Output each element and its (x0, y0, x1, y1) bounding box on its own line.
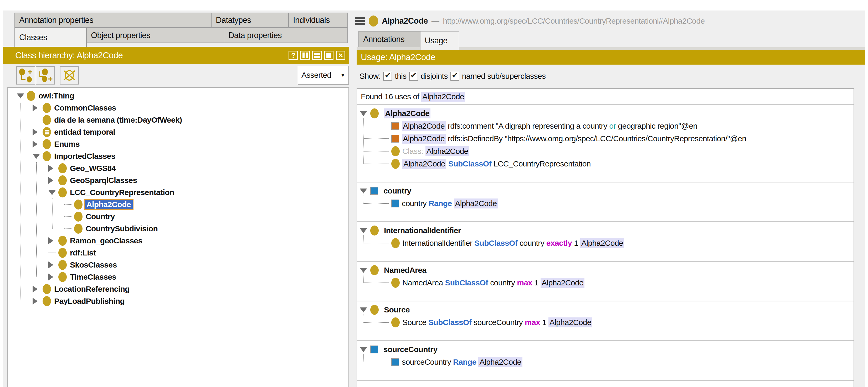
tree-item-lcc-countryrepresentation[interactable]: LCC_CountryRepresentation (8, 186, 348, 199)
tab-annotations[interactable]: Annotations (359, 31, 421, 48)
tree-item-owl-thing[interactable]: owl:Thing (8, 90, 348, 102)
usage-row[interactable]: NamedArea SubClassOf country max 1 Alpha… (391, 277, 854, 289)
usage-section-header[interactable]: sourceCountry (360, 343, 854, 356)
usage-row[interactable]: Class: Alpha2Code (391, 145, 854, 157)
usage-section-header[interactable]: country (360, 184, 854, 197)
tree-item-locationreferencing[interactable]: LocationReferencing (8, 283, 348, 295)
expand-toggle-icon[interactable] (49, 261, 53, 268)
tree-item-skosclasses[interactable]: SkosClasses (8, 259, 348, 271)
usage-results-panel[interactable]: Found 16 uses of Alpha2Code Alpha2CodeAl… (356, 88, 854, 387)
help-icon[interactable] (288, 51, 298, 60)
collapse-toggle-icon[interactable] (360, 111, 367, 116)
class-icon (74, 212, 83, 221)
class-icon (42, 151, 51, 161)
tree-item-payloadpublishing[interactable]: PayLoadPublishing (8, 295, 348, 307)
class-icon (58, 175, 67, 185)
split-horizontal-icon[interactable] (312, 51, 322, 60)
collapse-toggle-icon[interactable] (360, 228, 367, 233)
usage-text-part: country (518, 239, 546, 248)
object-property-icon (370, 187, 378, 195)
tab-data-properties[interactable]: Data properties (224, 28, 348, 43)
usage-section-rows: Alpha2Code rdfs:comment "A digraph repre… (391, 120, 854, 170)
tree-item-entidad-temporal[interactable]: entidad temporal (8, 126, 348, 138)
usage-text-part: max (517, 278, 532, 287)
add-subclass-button[interactable]: + (16, 66, 35, 84)
hierarchy-view-selector[interactable]: Asserted ▼ (298, 66, 349, 84)
tree-item-commonclasses[interactable]: CommonClasses (8, 102, 348, 114)
menu-icon[interactable] (355, 17, 365, 25)
tree-item-enums[interactable]: Enums (8, 138, 348, 150)
tree-item-geo-wgs84[interactable]: Geo_WGS84 (8, 162, 348, 174)
collapse-toggle-icon[interactable] (360, 268, 367, 273)
usage-text-part: Range (429, 199, 452, 208)
tab-annotation-properties[interactable]: Annotation properties (14, 12, 212, 28)
collapse-toggle-icon[interactable] (360, 347, 367, 352)
collapse-toggle-icon[interactable] (33, 154, 40, 159)
add-sibling-class-button[interactable]: + (36, 66, 55, 84)
tree-item-alpha2code[interactable]: Alpha2Code (8, 199, 348, 211)
usage-section-header[interactable]: InternationalIdentifier (360, 224, 854, 237)
collapse-toggle-icon[interactable] (17, 94, 24, 99)
usage-section-header[interactable]: Source (360, 304, 854, 316)
class-hierarchy-pane-header: Class hierarchy: Alpha2Code (3, 47, 349, 64)
usage-section-header[interactable]: Alpha2Code (360, 107, 854, 120)
tab-individuals[interactable]: Individuals (288, 12, 348, 28)
class-icon (370, 108, 379, 118)
split-vertical-icon[interactable] (300, 51, 310, 60)
collapse-toggle-icon[interactable] (360, 308, 367, 312)
class-icon (42, 139, 51, 149)
usage-row[interactable]: Alpha2Code rdfs:isDefinedBy "https://www… (391, 132, 854, 145)
usage-text-part: Alpha2Code (478, 357, 522, 367)
entity-iri: http://www.omg.org/spec/LCC/Countries/Co… (443, 16, 705, 26)
tab-usage[interactable]: Usage (420, 31, 459, 50)
usage-text-part: Alpha2Code (454, 199, 498, 208)
expand-toggle-icon[interactable] (33, 105, 38, 111)
tab-classes[interactable]: Classes (14, 28, 87, 47)
class-hierarchy-tree-panel[interactable]: owl:ThingCommonClassesdía de la semana (… (7, 87, 349, 387)
usage-section-label: InternationalIdentifier (384, 226, 461, 235)
usage-section-header[interactable]: NamedArea (360, 264, 854, 277)
expand-toggle-icon[interactable] (49, 177, 53, 184)
tree-item-importedclasses[interactable]: ImportedClasses (8, 150, 348, 162)
checkbox-this[interactable] (383, 72, 392, 81)
usage-row[interactable]: country Range Alpha2Code (391, 197, 854, 210)
tree-item-label: Geo_WGS84 (70, 164, 116, 173)
tree-branch-stub (49, 253, 56, 253)
close-icon[interactable] (336, 51, 345, 60)
tree-item-geosparqlclasses[interactable]: GeoSparqlClasses (8, 174, 348, 186)
tab-object-properties[interactable]: Object properties (86, 28, 224, 43)
checkbox-disjoints[interactable] (409, 72, 418, 81)
tab-datatypes[interactable]: Datatypes (211, 12, 289, 28)
tree-item-label: Alpha2Code (84, 199, 133, 210)
expand-toggle-icon[interactable] (33, 129, 38, 136)
usage-text-part: exactly (546, 239, 572, 248)
expand-toggle-icon[interactable] (33, 286, 38, 292)
usage-section-sourcecountry: sourceCountrysourceCountry Range Alpha2C… (357, 341, 854, 381)
delete-class-button[interactable] (60, 66, 79, 84)
annotation-icon (391, 135, 399, 143)
tree-item-country[interactable]: Country (8, 211, 348, 223)
tree-item-timeclasses[interactable]: TimeClasses (8, 271, 348, 283)
usage-row[interactable]: Alpha2Code rdfs:comment "A digraph repre… (391, 120, 854, 132)
expand-toggle-icon[interactable] (33, 141, 38, 147)
class-icon (42, 115, 51, 125)
tree-item-rdf-list[interactable]: rdf:List (8, 247, 348, 259)
float-icon[interactable] (324, 51, 334, 60)
class-icon (370, 305, 379, 315)
expand-toggle-icon[interactable] (49, 165, 53, 172)
expand-toggle-icon[interactable] (49, 274, 53, 280)
usage-row[interactable]: Alpha2Code SubClassOf LCC_CountryReprese… (391, 157, 854, 170)
checkbox-named-sub-superclasses[interactable] (451, 72, 459, 81)
tree-item-ramon-geoclasses[interactable]: Ramon_geoClasses (8, 235, 348, 247)
usage-text-part: 1 (532, 278, 540, 287)
collapse-toggle-icon[interactable] (360, 188, 367, 194)
usage-row[interactable]: Source SubClassOf sourceCountry max 1 Al… (391, 316, 854, 329)
collapse-toggle-icon[interactable] (49, 190, 56, 195)
usage-pane-title: Usage: Alpha2Code (361, 52, 865, 62)
tree-item-d-a-de-la-semana-time-dayofweek[interactable]: día de la semana (time:DayOfWeek) (8, 114, 348, 126)
usage-row[interactable]: sourceCountry Range Alpha2Code (391, 356, 854, 368)
usage-row[interactable]: InternationalIdentifier SubClassOf count… (391, 237, 854, 249)
expand-toggle-icon[interactable] (33, 298, 38, 305)
expand-toggle-icon[interactable] (49, 237, 53, 244)
tree-item-countrysubdivision[interactable]: CountrySubdivision (8, 223, 348, 235)
